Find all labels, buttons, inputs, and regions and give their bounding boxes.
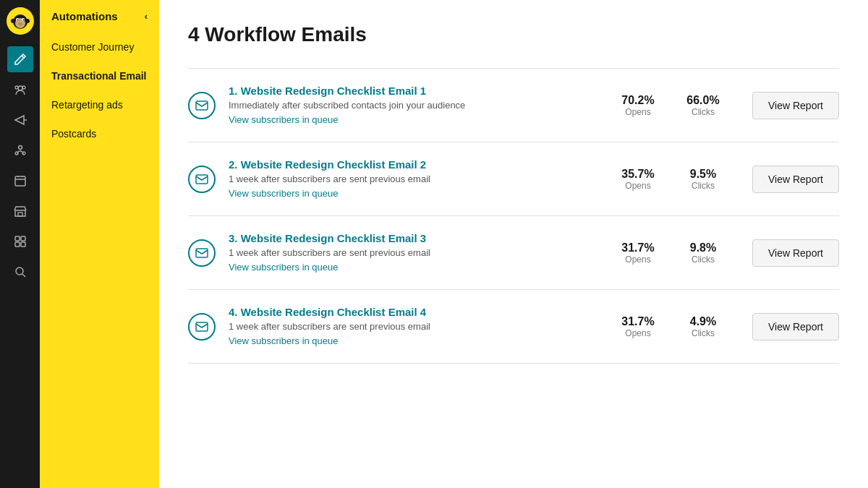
svg-point-7 [18,22,22,25]
view-report-button[interactable]: View Report [752,92,839,119]
svg-rect-20 [21,236,25,241]
collapse-icon[interactable]: ‹ [145,11,148,22]
view-report-button[interactable]: View Report [752,239,839,267]
email-description: 1 week after subscribers are sent previo… [229,247,603,258]
clicks-stat: 9.8% Clicks [681,241,725,265]
email-stats: 35.7% Opens 9.5% Clicks [616,168,725,191]
email-name[interactable]: 1. Website Redesign Checklist Email 1 [229,85,426,97]
opens-stat: 35.7% Opens [616,168,660,191]
view-subscribers-link[interactable]: View subscribers in queue [229,335,339,346]
sidebar-item-transactional-email[interactable]: Transactional Email [40,61,159,90]
svg-rect-21 [15,242,20,247]
email-info: 1. Website Redesign Checklist Email 1 Im… [229,85,603,126]
svg-rect-25 [196,175,208,184]
nav-sidebar-title: Automations [51,10,118,22]
mailchimp-logo[interactable] [7,7,34,35]
campaign-nav-icon[interactable] [7,107,33,133]
email-description: 1 week after subscribers are sent previo… [229,174,603,184]
clicks-stat: 4.9% Clicks [681,315,725,338]
clicks-value: 9.5% [681,168,725,181]
email-name[interactable]: 3. Website Redesign Checklist Email 3 [229,232,426,244]
dashboard-nav-icon[interactable] [7,228,33,254]
email-info: 3. Website Redesign Checklist Email 3 1 … [229,232,603,273]
email-description: Immediately after subscribed contacts jo… [229,100,603,111]
clicks-label: Clicks [681,328,725,338]
email-info: 4. Website Redesign Checklist Email 4 1 … [229,306,603,347]
opens-value: 35.7% [616,168,660,181]
opens-label: Opens [616,107,660,117]
svg-point-6 [22,20,24,21]
opens-value: 70.2% [616,94,660,107]
email-list: 1. Website Redesign Checklist Email 1 Im… [188,68,839,364]
svg-rect-27 [196,322,208,331]
svg-point-5 [17,20,18,21]
email-icon [188,92,216,119]
email-stats: 31.7% Opens 9.8% Clicks [616,241,725,265]
email-row: 2. Website Redesign Checklist Email 2 1 … [188,142,839,216]
opens-value: 31.7% [616,241,660,254]
icon-sidebar [0,0,40,488]
svg-point-23 [16,267,23,275]
view-subscribers-link[interactable]: View subscribers in queue [229,114,339,125]
calendar-nav-icon[interactable] [7,168,33,194]
clicks-value: 66.0% [681,94,725,107]
search-nav-icon[interactable] [7,259,33,285]
svg-point-9 [25,19,30,23]
svg-rect-17 [15,210,25,216]
svg-rect-19 [15,236,20,241]
email-info: 2. Website Redesign Checklist Email 2 1 … [229,158,603,200]
clicks-stat: 66.0% Clicks [681,94,725,117]
email-icon [188,166,216,193]
email-name[interactable]: 2. Website Redesign Checklist Email 2 [229,158,426,171]
sidebar-item-retargeting-ads[interactable]: Retargeting ads [40,90,159,119]
opens-label: Opens [616,181,660,191]
sidebar-item-postcards[interactable]: Postcards [40,119,159,148]
clicks-label: Clicks [681,181,725,191]
pencil-nav-icon[interactable] [7,46,33,72]
clicks-value: 4.9% [681,315,725,328]
email-row: 4. Website Redesign Checklist Email 4 1 … [188,290,839,364]
opens-label: Opens [616,254,660,265]
email-description: 1 week after subscribers are sent previo… [229,321,603,332]
svg-rect-22 [21,242,25,247]
opens-stat: 70.2% Opens [616,94,660,117]
svg-point-8 [11,19,15,23]
nav-sidebar-header: Automations ‹ [40,0,159,33]
view-subscribers-link[interactable]: View subscribers in queue [229,262,339,273]
email-stats: 31.7% Opens 4.9% Clicks [616,315,725,338]
email-row: 1. Website Redesign Checklist Email 1 Im… [188,68,839,142]
clicks-stat: 9.5% Clicks [681,168,725,191]
opens-stat: 31.7% Opens [616,241,660,265]
view-report-button[interactable]: View Report [752,166,839,193]
opens-label: Opens [616,328,660,338]
svg-point-14 [15,152,18,155]
opens-stat: 31.7% Opens [616,315,660,338]
page-title: 4 Workflow Emails [188,23,839,46]
sidebar-item-customer-journey[interactable]: Customer Journey [40,33,159,61]
svg-rect-16 [15,176,25,186]
svg-point-12 [15,86,18,89]
email-icon [188,313,216,341]
email-name[interactable]: 4. Website Redesign Checklist Email 4 [229,306,426,318]
svg-point-13 [18,146,22,150]
nav-sidebar: Automations ‹ Customer Journey Transacti… [40,0,159,488]
email-stats: 70.2% Opens 66.0% Clicks [616,94,725,117]
clicks-label: Clicks [681,254,725,265]
clicks-value: 9.8% [681,241,725,254]
store-nav-icon[interactable] [7,198,33,224]
svg-point-15 [22,152,25,155]
clicks-label: Clicks [681,107,725,117]
svg-point-11 [22,86,25,89]
view-report-button[interactable]: View Report [752,313,839,341]
main-content: 4 Workflow Emails 1. Website Redesign Ch… [159,0,868,488]
audience-nav-icon[interactable] [7,77,33,103]
opens-value: 31.7% [616,315,660,328]
automation-nav-icon[interactable] [7,137,33,163]
email-icon [188,239,216,267]
email-row: 3. Website Redesign Checklist Email 3 1 … [188,216,839,290]
svg-rect-24 [196,101,208,110]
svg-point-10 [18,86,22,90]
view-subscribers-link[interactable]: View subscribers in queue [229,188,339,199]
svg-rect-26 [196,249,208,257]
